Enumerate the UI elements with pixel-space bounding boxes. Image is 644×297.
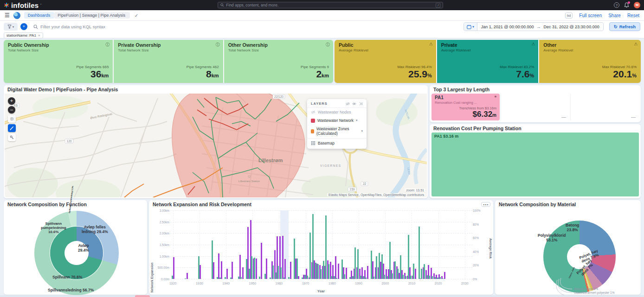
risk-bar: [256, 259, 257, 279]
warning-icon: ⚠: [531, 42, 535, 46]
risk-bar: [187, 273, 188, 279]
tile-subtitle: Average Risklevel: [543, 48, 637, 52]
tile-private-ownership[interactable]: Private Ownership Total Network Size ⓘ P…: [113, 40, 223, 83]
date-from[interactable]: Jan 1, 2021 @ 00:00:00.000: [481, 25, 534, 29]
kql-search-box[interactable]: [30, 22, 461, 31]
chevron-down-icon[interactable]: ▾: [361, 129, 363, 133]
slice-label-avlop-felles: Avløp felles ledning 29.4%: [82, 225, 108, 234]
filter-pill-stationname[interactable]: stationName: PA1 ×: [4, 32, 43, 38]
add-filter-button[interactable]: +: [20, 23, 27, 30]
function-sunburst-chart[interactable]: Avløp felles ledning 29.4% Avløp 29.4% S…: [4, 207, 147, 295]
risk-bar: [298, 276, 299, 279]
risk-bar: [367, 266, 368, 279]
date-to[interactable]: Dec 31, 2022 @ 23:30:00.000: [543, 25, 599, 29]
share-link[interactable]: Share: [608, 13, 621, 18]
tile-other-risk[interactable]: Other Average Risklevel ⚠ Max Risklevel …: [538, 40, 641, 83]
chevron-down-icon[interactable]: ▾: [356, 119, 358, 122]
expansion-bar: [419, 227, 420, 279]
layer-wastewater-zones[interactable]: Wastewater Zones (Calculated) ▾: [307, 125, 367, 138]
hide-all-layers-icon[interactable]: [346, 102, 350, 106]
breadcrumb-page-title[interactable]: PipeFusion | Sewage | Pipe Analysis: [52, 12, 130, 19]
breadcrumb-dashboards[interactable]: Dashboards: [24, 12, 54, 19]
date-arrow-icon: →: [536, 25, 541, 29]
help-icon[interactable]: ?: [614, 2, 619, 8]
y-axis-left-title: Network Expansion: [150, 262, 154, 292]
tile-subtitle: Total Network Size: [228, 48, 329, 52]
refresh-button[interactable]: ↻ Refresh: [609, 22, 640, 31]
tile-public-ownership[interactable]: Public Ownership Total Network Size ⓘ Pi…: [4, 40, 113, 83]
notifications-bell-icon[interactable]: [624, 2, 629, 8]
risk-bar: [346, 268, 347, 279]
calendar-button[interactable]: ▾: [464, 23, 477, 31]
leader-label-asbest: Asbestsement 1%: [574, 287, 598, 291]
dashboard-app-icon[interactable]: [13, 12, 20, 19]
map-canvas[interactable]: E6 120 22/120 22 159 Lillestrøm ⛉ Lilles…: [5, 94, 427, 197]
layer-label: Wastewater Network: [317, 118, 354, 123]
slice-label-pumpeledning: Spillvann pumpeledning 10.6%: [41, 221, 66, 234]
x-tick-label: 1970: [302, 282, 309, 285]
fullscreen-link[interactable]: Full screen: [579, 13, 602, 18]
risk-bar: [284, 259, 286, 279]
risk-bar: [282, 236, 283, 279]
layer-label: Wastewater Nodes: [318, 110, 351, 114]
expansion-plot-area[interactable]: 1920193019401950196019701980199020002010…: [170, 210, 473, 279]
pencil-icon: [10, 126, 14, 130]
x-tick-label: 1960: [276, 282, 283, 285]
y-axis-left-ticks: 0.00m500.00m1.00km1.50km2.00km2.50km3.00…: [154, 210, 169, 279]
risk-bar: [261, 243, 262, 279]
map-zoom-in-button[interactable]: +: [8, 97, 15, 105]
layer-wastewater-network[interactable]: Wastewater Network ▾: [307, 116, 367, 125]
treemap-cell-pa1[interactable]: PA1 $3.16 m: [431, 133, 639, 196]
material-donut-chart[interactable]: Polyvinylklorid 53.1% Betong 23.8% Polye…: [495, 207, 641, 295]
tile-public-risk[interactable]: Public Average Risklevel ⚠ Max Risklevel…: [335, 40, 436, 83]
layer-basemap[interactable]: Basemap: [307, 139, 367, 147]
risk-bar: [200, 265, 201, 279]
tile-subtitle: Total Network Size: [8, 48, 109, 52]
map-zoom-out-button[interactable]: –: [8, 106, 15, 114]
layers-panel-title: LAYERS: [311, 101, 328, 106]
menu-hamburger-icon[interactable]: ☰: [5, 12, 10, 19]
slice-label-spillvannsledning: Spillvannsledning 56.7%: [48, 288, 94, 293]
ownership-tiles-group: Public Ownership Total Network Size ⓘ Pi…: [4, 40, 333, 83]
material-composition-panel: Network Composition by Material Polyviny…: [495, 200, 641, 295]
reset-link[interactable]: Reset: [627, 13, 639, 18]
y-axis-right-ticks: 0%20%40%60%80%100%: [473, 210, 487, 279]
map-draw-button[interactable]: [8, 124, 16, 132]
shortcuts-badge[interactable]: bd: [565, 13, 573, 19]
top3-panel-title: Top 3 Largest by Length: [430, 85, 641, 94]
top3-card-pa1[interactable]: PA1 ✳ Renovation Cost ranging ... Trench…: [431, 94, 500, 120]
x-axis-title: Year: [149, 289, 493, 293]
global-search[interactable]: /: [218, 2, 443, 8]
infotiles-logo[interactable]: infotiles ˚: [4, 1, 41, 9]
map-attribution[interactable]: Elastic Maps Service, OpenMapTiles, Open…: [327, 193, 425, 196]
panel-options-icon[interactable]: ●●●: [481, 202, 490, 207]
tile-private-risk[interactable]: Private Average Risklevel ⚠ Max Riskleve…: [436, 40, 539, 83]
global-search-input[interactable]: [226, 3, 434, 7]
remove-filter-icon[interactable]: ×: [38, 33, 40, 38]
kql-input[interactable]: [40, 24, 457, 29]
map-tools-button[interactable]: [8, 133, 16, 141]
next-panel-edge: [135, 295, 150, 297]
x-tick-label: 1990: [355, 282, 362, 285]
collapse-layers-icon[interactable]: [359, 102, 363, 106]
layer-label: Wastewater Zones (Calculated): [316, 126, 359, 136]
user-avatar[interactable]: M: [634, 2, 640, 8]
top3-largest-panel: Top 3 Largest by Length PA1 ✳ Renovation…: [430, 85, 641, 122]
filter-menu-button[interactable]: ▾: [4, 23, 18, 31]
nav-bar: ☰ Dashboards PipeFusion | Sewage | Pipe …: [0, 10, 644, 21]
map-locate-button[interactable]: ◎: [8, 115, 16, 123]
map-layers-panel: LAYERS: [307, 99, 367, 149]
tile-title: Other: [543, 42, 637, 48]
tile-other-ownership[interactable]: Other Ownership Total Network Size ⓘ Pip…: [223, 40, 333, 83]
dashboard-page: infotiles ˚ / ? M ☰: [0, 0, 644, 297]
risk-bar: [218, 253, 219, 279]
risk-bar: [266, 259, 267, 279]
top3-card-empty: —: [501, 94, 569, 120]
x-tick-label: 2030: [461, 282, 469, 285]
tile-title: Public: [339, 42, 432, 48]
leader-label-glassfiber: Glassfiberarmert polyester 1%: [574, 291, 614, 294]
x-tick-label: 1930: [196, 282, 203, 285]
top-header-bar: infotiles ˚ / ? M: [0, 0, 644, 10]
layer-wastewater-nodes[interactable]: Wastewater Nodes: [307, 108, 367, 116]
show-all-layers-icon[interactable]: [352, 102, 356, 106]
